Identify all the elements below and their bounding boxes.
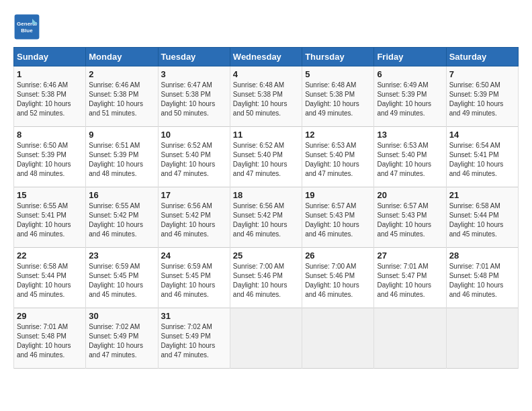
day-number: 20 (377, 190, 443, 200)
cell-content: Sunrise: 6:58 AM Sunset: 5:44 PM Dayligh… (17, 262, 83, 300)
sunrise-label: Sunrise: 7:01 AM (377, 263, 428, 270)
sunset-label: Sunset: 5:40 PM (305, 151, 355, 158)
day-number: 1 (17, 69, 83, 79)
sunrise-label: Sunrise: 6:56 AM (233, 202, 284, 210)
sunset-label: Sunset: 5:38 PM (305, 91, 355, 98)
sunrise-label: Sunrise: 6:59 AM (161, 263, 212, 270)
cell-content: Sunrise: 6:52 AM Sunset: 5:40 PM Dayligh… (161, 141, 227, 179)
sunrise-label: Sunrise: 6:58 AM (449, 202, 500, 210)
col-sunday: Sunday (14, 48, 86, 66)
day-number: 16 (89, 190, 154, 200)
col-thursday: Thursday (302, 48, 374, 66)
sunrise-label: Sunrise: 6:58 AM (17, 263, 68, 270)
logo: General Blue (13, 13, 44, 40)
sunrise-label: Sunrise: 6:54 AM (449, 142, 500, 149)
cell-content: Sunrise: 6:54 AM Sunset: 5:41 PM Dayligh… (449, 141, 515, 179)
daylight-label: Daylight: 10 hours and 47 minutes. (161, 161, 216, 177)
daylight-label: Daylight: 10 hours and 47 minutes. (233, 161, 287, 177)
header-row: Sunday Monday Tuesday Wednesday Thursday… (14, 48, 519, 66)
sunrise-label: Sunrise: 6:48 AM (233, 81, 284, 89)
cell-content: Sunrise: 6:49 AM Sunset: 5:39 PM Dayligh… (377, 81, 443, 118)
sunrise-label: Sunrise: 6:46 AM (89, 81, 140, 89)
daylight-label: Daylight: 10 hours and 49 minutes. (305, 100, 359, 117)
cell-content: Sunrise: 6:51 AM Sunset: 5:39 PM Dayligh… (89, 141, 154, 179)
sunrise-label: Sunrise: 6:51 AM (89, 142, 140, 149)
daylight-label: Daylight: 10 hours and 49 minutes. (449, 100, 504, 117)
sunrise-label: Sunrise: 6:53 AM (377, 142, 428, 149)
cell-content: Sunrise: 6:57 AM Sunset: 5:43 PM Dayligh… (377, 201, 443, 239)
cell-content: Sunrise: 7:00 AM Sunset: 5:46 PM Dayligh… (233, 262, 299, 300)
sunset-label: Sunset: 5:49 PM (161, 332, 211, 340)
day-number: 29 (17, 311, 83, 321)
cell-content: Sunrise: 6:57 AM Sunset: 5:43 PM Dayligh… (305, 201, 371, 239)
day-number: 17 (161, 190, 227, 200)
sunset-label: Sunset: 5:40 PM (161, 151, 211, 158)
daylight-label: Daylight: 10 hours and 46 minutes. (17, 221, 71, 238)
cell-content: Sunrise: 7:02 AM Sunset: 5:49 PM Dayligh… (89, 322, 154, 360)
sunrise-label: Sunrise: 6:52 AM (161, 142, 212, 149)
sunrise-label: Sunrise: 7:01 AM (17, 323, 68, 330)
sunset-label: Sunset: 5:38 PM (233, 91, 283, 98)
sunset-label: Sunset: 5:40 PM (377, 151, 427, 158)
sunrise-label: Sunrise: 6:52 AM (233, 142, 284, 149)
daylight-label: Daylight: 10 hours and 48 minutes. (17, 161, 71, 177)
calendar-row: 22 Sunrise: 6:58 AM Sunset: 5:44 PM Dayl… (14, 248, 519, 308)
daylight-label: Daylight: 10 hours and 46 minutes. (233, 221, 287, 238)
table-cell: 1 Sunrise: 6:46 AM Sunset: 5:38 PM Dayli… (14, 66, 86, 127)
day-number: 19 (305, 190, 371, 200)
daylight-label: Daylight: 10 hours and 46 minutes. (17, 342, 71, 359)
sunset-label: Sunset: 5:39 PM (449, 91, 499, 98)
day-number: 8 (17, 130, 83, 140)
sunset-label: Sunset: 5:41 PM (449, 151, 499, 158)
sunrise-label: Sunrise: 7:02 AM (89, 323, 140, 330)
sunrise-label: Sunrise: 6:50 AM (449, 81, 500, 89)
daylight-label: Daylight: 10 hours and 51 minutes. (89, 100, 143, 117)
cell-content: Sunrise: 7:01 AM Sunset: 5:48 PM Dayligh… (449, 262, 515, 300)
sunrise-label: Sunrise: 6:57 AM (377, 202, 428, 210)
sunset-label: Sunset: 5:39 PM (377, 91, 427, 98)
daylight-label: Daylight: 10 hours and 46 minutes. (161, 221, 216, 238)
daylight-label: Daylight: 10 hours and 45 minutes. (449, 221, 504, 238)
sunrise-label: Sunrise: 7:00 AM (233, 263, 284, 270)
cell-content: Sunrise: 7:01 AM Sunset: 5:48 PM Dayligh… (17, 322, 83, 360)
day-number: 21 (449, 190, 515, 200)
cell-content: Sunrise: 6:50 AM Sunset: 5:39 PM Dayligh… (449, 81, 515, 118)
sunset-label: Sunset: 5:38 PM (89, 91, 138, 98)
table-cell: 23 Sunrise: 6:59 AM Sunset: 5:45 PM Dayl… (86, 248, 158, 308)
cell-content: Sunrise: 6:46 AM Sunset: 5:38 PM Dayligh… (89, 81, 154, 118)
sunrise-label: Sunrise: 6:46 AM (17, 81, 68, 89)
sunset-label: Sunset: 5:46 PM (233, 272, 283, 279)
day-number: 7 (449, 69, 515, 79)
day-number: 12 (305, 130, 371, 140)
sunrise-label: Sunrise: 6:53 AM (305, 142, 356, 149)
sunrise-label: Sunrise: 6:59 AM (89, 263, 140, 270)
day-number: 3 (161, 69, 227, 79)
calendar-table: Sunday Monday Tuesday Wednesday Thursday… (13, 47, 519, 369)
table-cell: 6 Sunrise: 6:49 AM Sunset: 5:39 PM Dayli… (374, 66, 446, 127)
sunset-label: Sunset: 5:38 PM (161, 91, 211, 98)
table-cell: 26 Sunrise: 7:00 AM Sunset: 5:46 PM Dayl… (302, 248, 374, 308)
table-cell: 2 Sunrise: 6:46 AM Sunset: 5:38 PM Dayli… (86, 66, 158, 127)
table-cell (230, 308, 302, 369)
sunrise-label: Sunrise: 6:56 AM (161, 202, 212, 210)
sunset-label: Sunset: 5:46 PM (305, 272, 355, 279)
table-cell: 30 Sunrise: 7:02 AM Sunset: 5:49 PM Dayl… (86, 308, 158, 369)
col-tuesday: Tuesday (158, 48, 230, 66)
cell-content: Sunrise: 6:58 AM Sunset: 5:44 PM Dayligh… (449, 201, 515, 239)
cell-content: Sunrise: 6:59 AM Sunset: 5:45 PM Dayligh… (161, 262, 227, 300)
cell-content: Sunrise: 6:59 AM Sunset: 5:45 PM Dayligh… (89, 262, 154, 300)
sunset-label: Sunset: 5:49 PM (89, 332, 138, 340)
svg-rect-0 (15, 15, 40, 40)
table-cell: 14 Sunrise: 6:54 AM Sunset: 5:41 PM Dayl… (446, 127, 518, 187)
table-cell (374, 308, 446, 369)
daylight-label: Daylight: 10 hours and 49 minutes. (377, 100, 431, 117)
calendar-row: 1 Sunrise: 6:46 AM Sunset: 5:38 PM Dayli… (14, 66, 519, 127)
day-number: 26 (305, 250, 371, 261)
cell-content: Sunrise: 6:47 AM Sunset: 5:38 PM Dayligh… (161, 81, 227, 118)
table-cell: 11 Sunrise: 6:52 AM Sunset: 5:40 PM Dayl… (230, 127, 302, 187)
sunset-label: Sunset: 5:39 PM (17, 151, 66, 158)
daylight-label: Daylight: 10 hours and 45 minutes. (377, 221, 431, 238)
daylight-label: Daylight: 10 hours and 47 minutes. (89, 342, 143, 359)
table-cell: 24 Sunrise: 6:59 AM Sunset: 5:45 PM Dayl… (158, 248, 230, 308)
day-number: 27 (377, 250, 443, 261)
